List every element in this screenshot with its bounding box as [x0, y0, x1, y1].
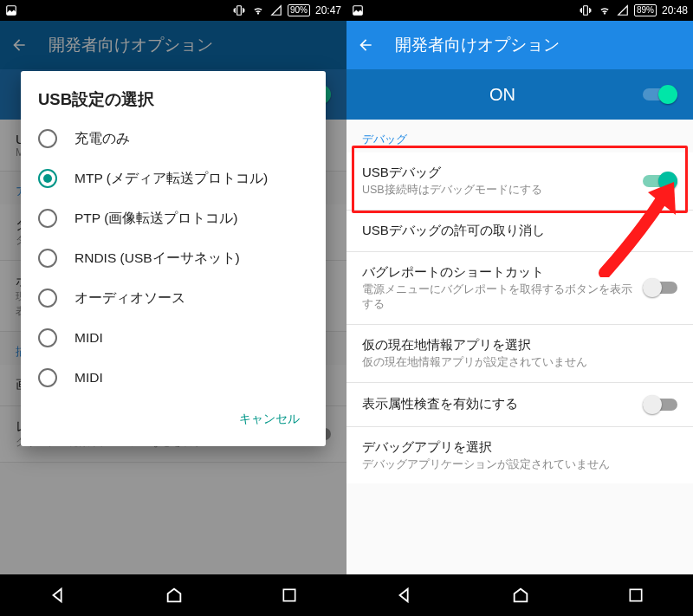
page-title: 開発者向けオプション: [395, 34, 560, 56]
row-view-attribute-inspection[interactable]: 表示属性検査を有効にする: [346, 383, 693, 427]
row-subtitle: 仮の現在地情報アプリが設定されていません: [362, 355, 677, 370]
signal-icon: [617, 4, 629, 16]
master-toggle-label: ON: [362, 85, 643, 105]
nav-back-icon[interactable]: [395, 586, 414, 605]
battery-indicator: 89%: [634, 4, 657, 16]
nav-recent-icon[interactable]: [281, 587, 298, 604]
usb-option-rndis[interactable]: RNDIS (USBイーサネット): [38, 238, 308, 278]
radio-icon: [38, 289, 57, 308]
nav-home-icon[interactable]: [511, 586, 530, 605]
image-icon: [5, 4, 17, 16]
dialog-title: USB設定の選択: [38, 88, 308, 110]
svg-rect-2: [283, 589, 295, 600]
row-title: 表示属性検査を有効にする: [362, 396, 634, 412]
svg-rect-5: [630, 589, 641, 600]
row-select-debug-app[interactable]: デバッグアプリを選択 デバッグアプリケーションが設定されていません: [346, 427, 693, 484]
usb-option-charge-only[interactable]: 充電のみ: [38, 119, 308, 159]
section-debug: デバッグ: [346, 120, 693, 152]
row-subtitle: 電源メニューにバグレポートを取得するボタンを表示する: [362, 282, 634, 312]
master-toggle-band[interactable]: ON: [346, 69, 693, 120]
radio-icon: [38, 169, 57, 188]
wifi-icon: [251, 4, 265, 16]
row-revoke-usb-auth[interactable]: USBデバッグの許可の取り消し: [346, 211, 693, 252]
app-header: 開発者向けオプション: [346, 21, 693, 69]
svg-rect-1: [237, 6, 242, 16]
nav-home-icon[interactable]: [165, 586, 184, 605]
radio-icon: [38, 129, 57, 148]
usb-option-audio[interactable]: オーディオソース: [38, 278, 308, 318]
row-subtitle: USB接続時はデバッグモードにする: [362, 183, 634, 198]
vibrate-icon: [579, 4, 593, 16]
viewattr-toggle[interactable]: [643, 395, 677, 414]
vibrate-icon: [232, 4, 246, 16]
usb-option-ptp[interactable]: PTP (画像転送プロトコル): [38, 198, 308, 238]
nav-recent-icon[interactable]: [627, 587, 644, 604]
page-title: 開発者向けオプション: [49, 34, 213, 56]
usb-option-midi-2[interactable]: MIDI: [38, 358, 308, 398]
status-bar: 89% 20:48: [346, 0, 693, 21]
row-title: 仮の現在地情報アプリを選択: [362, 337, 677, 353]
battery-indicator: 90%: [288, 4, 310, 16]
usb-option-midi-1[interactable]: MIDI: [38, 318, 308, 358]
navigation-bar: [346, 574, 693, 616]
signal-icon: [270, 4, 282, 16]
row-title: USBデバッグの許可の取り消し: [362, 223, 677, 239]
usb-option-mtp[interactable]: MTP (メディア転送プロトコル): [38, 159, 308, 198]
row-bugreport-shortcut[interactable]: バグレポートのショートカット 電源メニューにバグレポートを取得するボタンを表示す…: [346, 252, 693, 325]
back-icon[interactable]: [10, 36, 28, 54]
radio-icon: [38, 209, 57, 228]
usb-debugging-toggle[interactable]: [643, 172, 677, 191]
clock: 20:47: [315, 4, 341, 16]
right-screenshot: 89% 20:48 開発者向けオプション ON デバッグ USBデバッグ USB…: [346, 0, 693, 616]
clock: 20:48: [662, 4, 688, 16]
row-title: バグレポートのショートカット: [362, 264, 634, 281]
row-usb-debugging[interactable]: USBデバッグ USB接続時はデバッグモードにする: [346, 152, 693, 211]
radio-icon: [38, 368, 57, 387]
wifi-icon: [598, 4, 612, 16]
row-mock-location[interactable]: 仮の現在地情報アプリを選択 仮の現在地情報アプリが設定されていません: [346, 325, 693, 383]
master-toggle[interactable]: [643, 85, 677, 104]
bugreport-toggle[interactable]: [643, 278, 677, 297]
row-title: USBデバッグ: [362, 165, 634, 181]
row-subtitle: デバッグアプリケーションが設定されていません: [362, 457, 677, 472]
back-icon[interactable]: [357, 36, 374, 54]
left-screenshot: 90% 20:47 開発者向けオプション ON UM ア タタ ポ現 表 描 画…: [0, 0, 346, 616]
app-header: 開発者向けオプション: [0, 21, 346, 69]
radio-icon: [38, 328, 57, 347]
radio-icon: [38, 249, 57, 268]
status-bar: 90% 20:47: [0, 0, 346, 21]
cancel-button[interactable]: キャンセル: [230, 405, 308, 434]
nav-back-icon[interactable]: [49, 586, 68, 605]
image-icon: [352, 4, 364, 16]
row-title: デバッグアプリを選択: [362, 439, 677, 456]
usb-config-dialog: USB設定の選択 充電のみ MTP (メディア転送プロトコル) PTP (画像転…: [21, 71, 326, 446]
svg-rect-4: [584, 6, 588, 16]
navigation-bar: [0, 574, 346, 616]
